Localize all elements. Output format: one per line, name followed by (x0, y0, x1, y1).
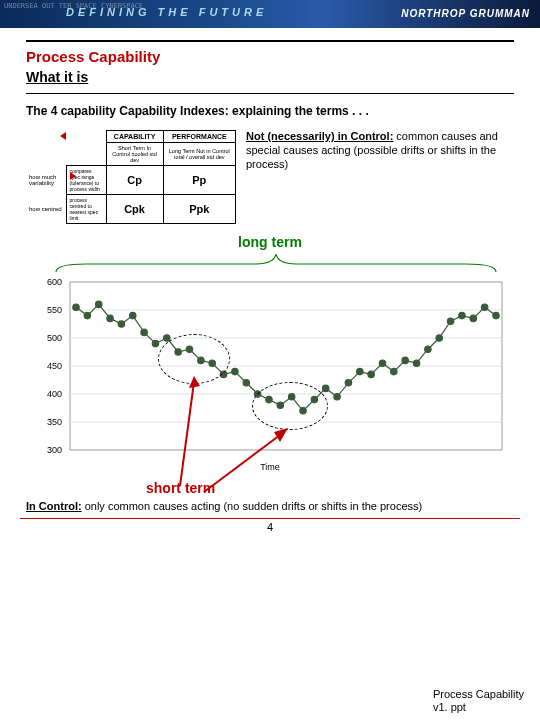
svg-point-9 (84, 312, 90, 318)
ytick-450: 450 (47, 361, 62, 371)
svg-point-10 (96, 301, 102, 307)
footer-line-2: v1. ppt (433, 701, 524, 714)
intro-text: The 4 capability Capability Indexes: exp… (26, 104, 514, 118)
svg-point-12 (118, 321, 124, 327)
footer: Process Capability v1. ppt (433, 688, 524, 714)
svg-point-37 (402, 357, 408, 363)
run-chart: 600 550 500 450 400 350 300 Time (30, 276, 510, 476)
col-capability: CAPABILITY (106, 131, 163, 143)
footer-line-1: Process Capability (433, 688, 524, 701)
brace-top (46, 250, 494, 274)
svg-point-8 (73, 304, 79, 310)
ytick-500: 500 (47, 333, 62, 343)
svg-point-39 (425, 346, 431, 352)
triangle-right-icon (70, 172, 76, 180)
svg-point-13 (130, 312, 136, 318)
arrow-2 (200, 426, 300, 496)
row-variability-label: how much variability (26, 166, 66, 195)
note-in-control: In Control: only common causes acting (n… (26, 500, 514, 512)
sub-capability: Short Term In Control ±ooled std dev (106, 143, 163, 166)
page-number: 4 (0, 521, 540, 533)
svg-point-42 (459, 312, 465, 318)
svg-point-35 (379, 360, 385, 366)
svg-marker-49 (274, 428, 288, 442)
capability-table: CAPABILITY PERFORMANCE Short Term In Con… (26, 130, 236, 224)
sub-performance: Long Term Not in Control total / overall… (163, 143, 235, 166)
row-centred-note: process centred to nearest spec limit (66, 195, 106, 224)
svg-point-31 (334, 394, 340, 400)
rule-mid (26, 93, 514, 94)
triangle-left-icon (60, 132, 66, 140)
svg-point-34 (368, 371, 374, 377)
rule-bottom (20, 518, 520, 519)
ytick-600: 600 (47, 277, 62, 287)
cell-cpk: Cpk (106, 195, 163, 224)
header-banner: UNDERSEA OUT TER SPACE CYBERSPACE DEFINI… (0, 0, 540, 28)
svg-point-44 (481, 304, 487, 310)
banner-tagline: DEFINING THE FUTURE (66, 6, 267, 18)
svg-point-22 (232, 368, 238, 374)
note-lead: Not (necessarily) in Control: (246, 130, 393, 142)
svg-point-32 (345, 380, 351, 386)
row-variability-note: compares spec range (tolerance) to proce… (66, 166, 106, 195)
svg-line-46 (180, 382, 194, 486)
slide-title: Process Capability (26, 48, 514, 65)
cell-ppk: Ppk (163, 195, 235, 224)
svg-point-41 (447, 318, 453, 324)
ytick-300: 300 (47, 445, 62, 455)
svg-marker-47 (189, 376, 200, 388)
svg-point-40 (436, 335, 442, 341)
svg-point-30 (323, 385, 329, 391)
svg-point-15 (152, 340, 158, 346)
cell-pp: Pp (163, 166, 235, 195)
long-term-label: long term (26, 234, 514, 250)
svg-point-11 (107, 315, 113, 321)
svg-point-45 (493, 312, 499, 318)
company-logo-text: NORTHROP GRUMMAN (401, 8, 530, 19)
svg-point-33 (357, 368, 363, 374)
ytick-350: 350 (47, 417, 62, 427)
row-centred-label: how centred (26, 195, 66, 224)
cell-cp: Cp (106, 166, 163, 195)
ytick-550: 550 (47, 305, 62, 315)
svg-point-36 (391, 368, 397, 374)
note2-body: only common causes acting (no sudden dri… (82, 500, 423, 512)
svg-point-38 (413, 360, 419, 366)
short-term-circle-2 (252, 382, 328, 430)
note-not-in-control: Not (necessarily) in Control: common cau… (246, 130, 514, 171)
ytick-400: 400 (47, 389, 62, 399)
svg-point-14 (141, 329, 147, 335)
note2-lead: In Control: (26, 500, 82, 512)
svg-point-23 (243, 380, 249, 386)
rule-top (26, 40, 514, 42)
col-performance: PERFORMANCE (163, 131, 235, 143)
svg-point-43 (470, 315, 476, 321)
slide-subtitle: What it is (26, 69, 514, 85)
svg-line-48 (204, 432, 284, 492)
